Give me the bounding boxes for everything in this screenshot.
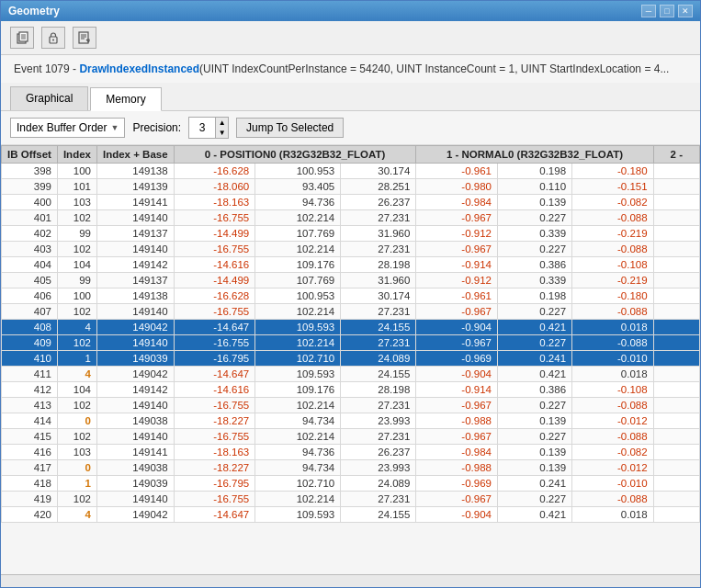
event-function: DrawIndexedInstanced [79,62,199,75]
cell-value: 0.421 [497,367,571,382]
cell-index-base: 149039 [96,351,174,367]
cell-value: -0.012 [572,460,654,476]
table-body: 398100149138-16.628100.95330.174-0.9610.… [2,164,700,523]
cell-value: 109.593 [255,507,341,523]
cell-value: -14.616 [174,382,255,398]
table-row: 4101149039-16.795102.71024.089-0.9690.24… [2,351,700,367]
table-row: 403102149140-16.755102.21427.231-0.9670.… [2,242,700,257]
close-button[interactable]: ✕ [678,5,693,17]
cell-extra [653,164,699,179]
cell-value: 93.405 [255,179,341,195]
event-prefix: Event 1079 - [14,62,79,75]
cell-value: -0.904 [416,320,498,335]
order-label: Index Buffer Order [17,121,107,134]
table-row: 404104149142-14.616109.17628.198-0.9140.… [2,257,700,273]
cell-ib-offset: 408 [2,320,58,335]
cell-value: -0.082 [572,195,654,210]
cell-extra [653,242,699,257]
cell-ib-offset: 419 [2,492,58,507]
table-row: 4170149038-18.22794.73423.993-0.9880.139… [2,460,700,476]
cell-value: -18.227 [174,460,255,476]
svg-point-6 [52,40,54,41]
cell-index: 99 [57,226,96,242]
cell-value: -14.499 [174,273,255,288]
cell-value: -0.088 [572,242,654,257]
cell-value: -0.088 [572,304,654,320]
cell-value: 23.993 [341,413,416,429]
cell-value: 27.231 [341,398,416,413]
cell-index-base: 149141 [96,445,174,460]
table-row: 419102149140-16.755102.21427.231-0.9670.… [2,492,700,507]
cell-value: 94.734 [255,460,341,476]
cell-value: 24.155 [341,367,416,382]
cell-value: 0.198 [497,288,571,304]
cell-value: -0.180 [572,288,654,304]
cell-value: -0.967 [416,242,498,257]
cell-value: -0.914 [416,382,498,398]
cell-extra [653,288,699,304]
cell-index: 104 [57,382,96,398]
cell-value: 0.241 [497,476,571,492]
cell-ib-offset: 410 [2,351,58,367]
precision-spinner: ▲ ▼ [188,117,229,139]
cell-value: -18.060 [174,179,255,195]
cell-value: 0.018 [572,320,654,335]
copy-button[interactable] [10,27,34,49]
cell-ib-offset: 401 [2,210,58,226]
maximize-button[interactable]: □ [660,5,674,17]
table-row: 40599149137-14.499107.76931.960-0.9120.3… [2,273,700,288]
jump-to-selected-button[interactable]: Jump To Selected [236,118,344,138]
minimize-button[interactable]: ─ [641,5,656,17]
event-bar: Event 1079 - DrawIndexedInstanced(UINT I… [1,55,700,83]
cell-value: -0.969 [416,351,498,367]
cell-ib-offset: 409 [2,335,58,351]
cell-value: 0.386 [497,382,571,398]
window-title: Geometry [8,5,60,17]
cell-value: 0.110 [497,179,571,195]
cell-value: 0.198 [497,164,571,179]
cell-value: -16.628 [174,164,255,179]
cell-index-base: 149042 [96,367,174,382]
cell-value: -14.499 [174,226,255,242]
table-row: 413102149140-16.755102.21427.231-0.9670.… [2,398,700,413]
col-index-base: Index + Base [96,146,174,164]
cell-value: 100.953 [255,164,341,179]
cell-value: -0.988 [416,460,498,476]
cell-value: -0.984 [416,445,498,460]
precision-down-button[interactable]: ▼ [215,128,228,138]
cell-index: 101 [57,179,96,195]
precision-input[interactable] [189,118,215,138]
order-dropdown[interactable]: Index Buffer Order ▼ [10,118,125,138]
cell-index-base: 149038 [96,460,174,476]
cell-value: -0.010 [572,351,654,367]
dropdown-arrow-icon: ▼ [111,123,119,132]
cell-extra [653,382,699,398]
cell-index-base: 149140 [96,429,174,445]
cell-index: 4 [57,320,96,335]
cell-value: 27.231 [341,304,416,320]
tab-graphical[interactable]: Graphical [10,86,88,110]
cell-ib-offset: 418 [2,476,58,492]
cell-index: 102 [57,492,96,507]
cell-value: 30.174 [341,288,416,304]
tab-memory[interactable]: Memory [90,87,161,111]
cell-extra [653,398,699,413]
horizontal-scrollbar[interactable] [1,574,700,587]
cell-value: -18.163 [174,445,255,460]
export-button[interactable] [73,27,96,49]
cell-value: -0.969 [416,476,498,492]
cell-ib-offset: 414 [2,413,58,429]
table-row: 409102149140-16.755102.21427.231-0.9670.… [2,335,700,351]
cell-index-base: 149138 [96,164,174,179]
cell-value: -14.647 [174,367,255,382]
data-table-container[interactable]: IB Offset Index Index + Base 0 - POSITIO… [1,145,700,574]
precision-up-button[interactable]: ▲ [215,118,228,128]
data-table: IB Offset Index Index + Base 0 - POSITIO… [1,145,700,523]
lock-button[interactable] [41,27,65,49]
cell-value: 0.227 [497,304,571,320]
cell-value: -0.967 [416,492,498,507]
spinner-buttons: ▲ ▼ [215,118,228,138]
cell-index-base: 149140 [96,304,174,320]
cell-value: 0.421 [497,507,571,523]
cell-value: 0.139 [497,445,571,460]
